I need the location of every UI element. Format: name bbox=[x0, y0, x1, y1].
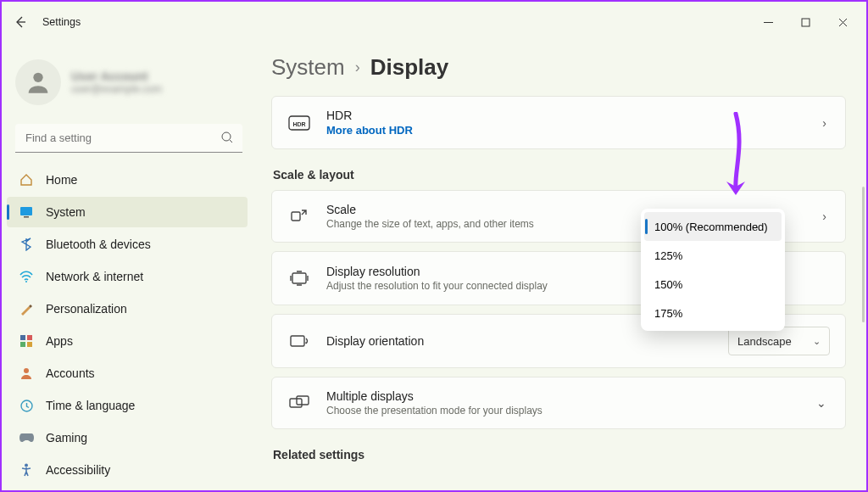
user-account[interactable]: User Account user@example.com bbox=[7, 53, 251, 119]
sidebar-item-gaming[interactable]: Gaming bbox=[7, 422, 248, 453]
hdr-card[interactable]: HDR HDR More about HDR › bbox=[271, 96, 846, 149]
user-name: User Account bbox=[71, 70, 162, 83]
svg-rect-4 bbox=[24, 216, 29, 218]
svg-rect-9 bbox=[27, 342, 32, 347]
svg-rect-19 bbox=[297, 396, 309, 405]
svg-text:HDR: HDR bbox=[292, 120, 305, 126]
personalization-icon bbox=[19, 301, 34, 316]
scale-icon bbox=[287, 208, 311, 225]
close-button[interactable] bbox=[824, 9, 861, 35]
orientation-value: Landscape bbox=[737, 335, 792, 348]
sidebar-item-home[interactable]: Home bbox=[7, 165, 248, 195]
multiple-title: Multiple displays bbox=[326, 389, 798, 403]
svg-point-1 bbox=[33, 73, 42, 82]
hdr-title: HDR bbox=[326, 109, 804, 122]
maximize-button[interactable] bbox=[787, 9, 824, 35]
section-heading-related: Related settings bbox=[273, 448, 846, 461]
svg-rect-8 bbox=[20, 342, 25, 347]
apps-icon bbox=[19, 333, 34, 349]
sidebar-item-bluetooth[interactable]: Bluetooth & devices bbox=[7, 229, 248, 260]
bluetooth-icon bbox=[19, 237, 34, 252]
sidebar-item-label: Bluetooth & devices bbox=[46, 238, 151, 251]
svg-rect-6 bbox=[20, 335, 25, 340]
chevron-right-icon: › bbox=[819, 210, 830, 223]
multiple-displays-icon bbox=[287, 395, 311, 411]
svg-point-10 bbox=[24, 368, 29, 373]
gaming-icon bbox=[19, 430, 34, 445]
sidebar-item-apps[interactable]: Apps bbox=[7, 326, 248, 356]
orientation-select[interactable]: Landscape ⌄ bbox=[728, 327, 830, 355]
scale-option-125[interactable]: 125% bbox=[644, 241, 782, 270]
accounts-icon bbox=[19, 366, 34, 381]
avatar bbox=[15, 59, 61, 105]
system-icon bbox=[19, 204, 34, 220]
sidebar-item-label: Time & language bbox=[46, 399, 135, 412]
home-icon bbox=[19, 172, 34, 187]
breadcrumb-current: Display bbox=[370, 54, 449, 81]
sidebar-item-label: Personalization bbox=[46, 302, 127, 316]
chevron-right-icon: › bbox=[819, 116, 830, 130]
minimize-button[interactable] bbox=[749, 9, 787, 35]
svg-rect-3 bbox=[20, 207, 32, 215]
breadcrumb: System › Display bbox=[271, 42, 846, 96]
sidebar-item-label: Apps bbox=[46, 334, 73, 348]
section-heading-scale: Scale & layout bbox=[273, 168, 846, 182]
resolution-icon bbox=[287, 271, 311, 286]
network-icon bbox=[19, 269, 34, 284]
svg-point-2 bbox=[222, 132, 231, 141]
scale-option-150[interactable]: 150% bbox=[644, 270, 782, 299]
orientation-icon bbox=[287, 333, 311, 349]
svg-point-5 bbox=[25, 281, 27, 282]
user-email: user@example.com bbox=[71, 83, 162, 95]
sidebar-item-network[interactable]: Network & internet bbox=[7, 261, 248, 292]
window-title: Settings bbox=[42, 16, 81, 28]
svg-rect-15 bbox=[292, 212, 300, 221]
search-box[interactable] bbox=[15, 124, 242, 153]
scale-option-175[interactable]: 175% bbox=[644, 299, 782, 327]
sidebar-item-accounts[interactable]: Accounts bbox=[7, 358, 248, 389]
scrollbar[interactable] bbox=[862, 187, 865, 322]
back-button[interactable] bbox=[7, 8, 34, 36]
nav-list: Home System Bluetooth & devices Network … bbox=[7, 165, 251, 485]
sidebar-item-label: System bbox=[46, 205, 86, 219]
main-panel: System › Display HDR HDR More about HDR … bbox=[256, 42, 866, 490]
svg-rect-17 bbox=[291, 336, 304, 346]
chevron-down-icon: ⌄ bbox=[813, 336, 821, 347]
sidebar: User Account user@example.com Home Syste… bbox=[2, 42, 256, 490]
scale-option-100[interactable]: 100% (Recommended) bbox=[644, 212, 782, 241]
sidebar-item-label: Gaming bbox=[46, 431, 87, 444]
accessibility-icon bbox=[19, 462, 34, 478]
breadcrumb-parent[interactable]: System bbox=[271, 54, 345, 81]
sidebar-item-system[interactable]: System bbox=[7, 197, 248, 227]
svg-rect-0 bbox=[802, 19, 810, 26]
svg-rect-7 bbox=[27, 335, 32, 340]
scale-dropdown[interactable]: 100% (Recommended) 125% 150% 175% bbox=[641, 209, 785, 331]
hdr-link[interactable]: More about HDR bbox=[326, 124, 804, 137]
chevron-down-icon: ⌄ bbox=[813, 396, 830, 410]
sidebar-item-label: Accounts bbox=[46, 366, 95, 380]
svg-rect-16 bbox=[292, 273, 306, 283]
svg-point-12 bbox=[25, 464, 28, 467]
sidebar-item-personalization[interactable]: Personalization bbox=[7, 294, 248, 324]
svg-rect-18 bbox=[290, 399, 302, 407]
time-icon bbox=[19, 398, 34, 413]
sidebar-item-label: Accessibility bbox=[46, 463, 110, 477]
multiple-sub: Choose the presentation mode for your di… bbox=[326, 405, 798, 417]
sidebar-item-label: Home bbox=[46, 173, 77, 187]
chevron-right-icon: › bbox=[355, 59, 360, 76]
search-input[interactable] bbox=[15, 124, 242, 153]
multiple-displays-card[interactable]: Multiple displays Choose the presentatio… bbox=[271, 377, 846, 429]
orientation-title: Display orientation bbox=[326, 334, 713, 348]
sidebar-item-accessibility[interactable]: Accessibility bbox=[7, 455, 248, 485]
sidebar-item-label: Network & internet bbox=[46, 270, 143, 283]
search-icon bbox=[220, 131, 234, 148]
hdr-icon: HDR bbox=[287, 115, 311, 131]
sidebar-item-time[interactable]: Time & language bbox=[7, 390, 248, 421]
